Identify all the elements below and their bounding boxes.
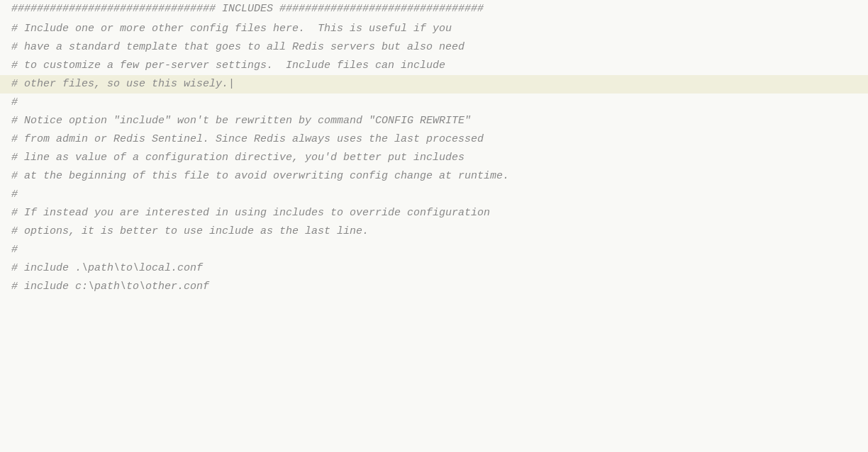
code-line-3: # Include one or more other config files… <box>0 20 868 38</box>
code-line-12: # <box>0 186 868 204</box>
code-line-11: # at the beginning of this file to avoid… <box>0 167 868 186</box>
code-line-4: # have a standard template that goes to … <box>0 38 868 57</box>
code-line-9: # from admin or Redis Sentinel. Since Re… <box>0 130 868 149</box>
code-line-17: # include c:\path\to\other.conf <box>0 278 868 296</box>
code-line-14: # options, it is better to use include a… <box>0 222 868 241</box>
code-line-7: # <box>0 94 868 112</box>
code-editor: ################################ INCLUDE… <box>0 0 868 452</box>
code-line-10: # line as value of a configuration direc… <box>0 149 868 167</box>
code-line-1: ################################ INCLUDE… <box>0 0 868 18</box>
code-line-15: # <box>0 241 868 259</box>
code-line-8: # Notice option "include" won't be rewri… <box>0 112 868 130</box>
code-line-16: # include .\path\to\local.conf <box>0 259 868 278</box>
code-line-5: # to customize a few per-server settings… <box>0 57 868 75</box>
code-line-6: # other files, so use this wisely.| <box>0 75 868 94</box>
code-line-13: # If instead you are interested in using… <box>0 204 868 222</box>
